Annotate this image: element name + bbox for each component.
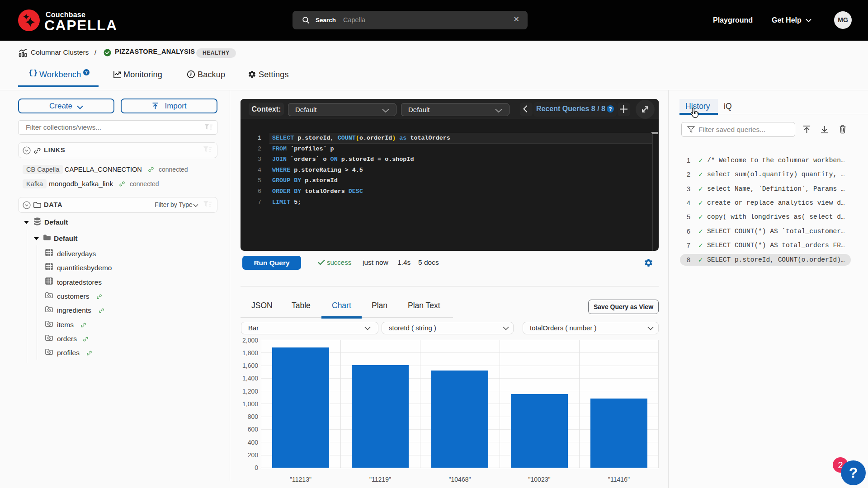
svg-text:?: ? [85,70,88,75]
svg-text:?: ? [609,106,612,112]
